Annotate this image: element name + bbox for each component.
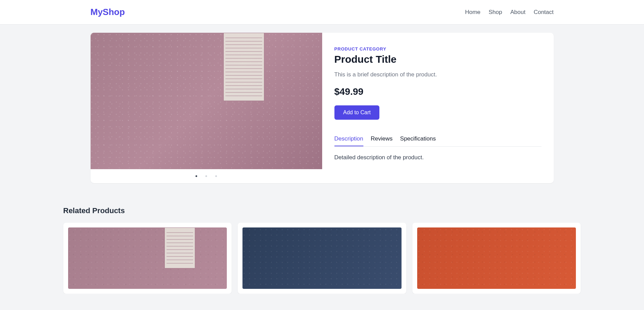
product-title: Product Title bbox=[334, 54, 541, 65]
related-products-grid bbox=[63, 223, 581, 294]
related-product-card[interactable] bbox=[63, 223, 232, 294]
related-product-image bbox=[242, 227, 402, 289]
product-carousel bbox=[91, 33, 322, 183]
related-product-image bbox=[417, 227, 576, 289]
carousel-dot-3[interactable] bbox=[215, 175, 217, 177]
tab-specifications[interactable]: Specifications bbox=[400, 132, 436, 146]
nav-home[interactable]: Home bbox=[465, 9, 480, 16]
carousel-dot-2[interactable] bbox=[205, 175, 207, 177]
product-image[interactable] bbox=[91, 33, 322, 169]
product-price: $49.99 bbox=[334, 86, 541, 97]
carousel-dot-1[interactable] bbox=[195, 175, 197, 177]
related-product-image bbox=[68, 227, 227, 289]
header: MyShop Home Shop About Contact bbox=[0, 0, 644, 25]
product-description: This is a brief description of the produ… bbox=[334, 71, 541, 78]
tab-description[interactable]: Description bbox=[334, 132, 363, 146]
related-product-card[interactable] bbox=[412, 223, 581, 294]
related-product-card[interactable] bbox=[238, 223, 406, 294]
tab-content: Detailed description of the product. bbox=[334, 154, 541, 161]
nav-contact[interactable]: Contact bbox=[534, 9, 554, 16]
product-card: PRODUCT CATEGORY Product Title This is a… bbox=[91, 33, 554, 183]
main-nav: Home Shop About Contact bbox=[465, 9, 553, 16]
related-products-section: Related Products bbox=[50, 206, 595, 294]
product-category: PRODUCT CATEGORY bbox=[334, 46, 541, 51]
product-tabs: Description Reviews Specifications bbox=[334, 132, 541, 147]
carousel-dots bbox=[91, 169, 322, 183]
add-to-cart-button[interactable]: Add to Cart bbox=[334, 105, 380, 120]
product-info: PRODUCT CATEGORY Product Title This is a… bbox=[322, 33, 554, 183]
related-products-title: Related Products bbox=[63, 206, 581, 215]
logo[interactable]: MyShop bbox=[91, 7, 125, 17]
tab-reviews[interactable]: Reviews bbox=[371, 132, 393, 146]
nav-shop[interactable]: Shop bbox=[489, 9, 502, 16]
nav-about[interactable]: About bbox=[510, 9, 525, 16]
